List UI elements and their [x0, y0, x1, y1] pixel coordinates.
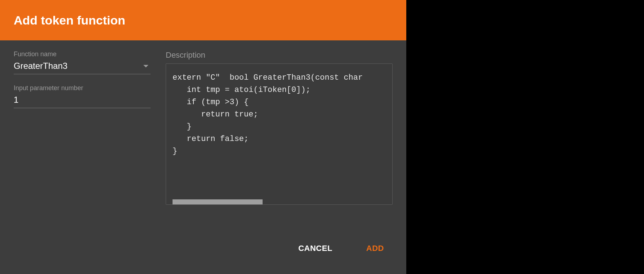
add-token-function-dialog: Add token function Function name Greater…: [0, 0, 406, 274]
description-code-box[interactable]: extern "C" bool GreaterThan3(const char …: [166, 63, 393, 205]
dialog-title-bar: Add token function: [0, 0, 406, 40]
input-param-number-label: Input parameter number: [14, 84, 151, 92]
dialog-body: Function name GreaterThan3 Input paramet…: [0, 40, 406, 205]
description-code: extern "C" bool GreaterThan3(const char …: [166, 64, 392, 164]
right-column: Description extern "C" bool GreaterThan3…: [166, 50, 393, 205]
function-name-label: Function name: [14, 50, 151, 58]
chevron-down-icon: [143, 65, 148, 67]
left-column: Function name GreaterThan3 Input paramet…: [14, 50, 151, 205]
description-label: Description: [166, 50, 393, 60]
horizontal-scrollbar-thumb[interactable]: [173, 199, 263, 204]
input-param-number-input[interactable]: 1: [14, 95, 151, 108]
input-param-number-field: Input parameter number 1: [14, 84, 151, 108]
dialog-button-row: CANCEL ADD: [298, 242, 385, 255]
horizontal-scrollbar-track[interactable]: [166, 199, 392, 204]
add-button[interactable]: ADD: [366, 242, 385, 255]
cancel-button[interactable]: CANCEL: [298, 242, 333, 255]
function-name-field: Function name GreaterThan3: [14, 50, 151, 74]
function-name-value: GreaterThan3: [14, 61, 67, 71]
input-param-number-value: 1: [14, 95, 18, 105]
dialog-title: Add token function: [14, 13, 125, 27]
function-name-select[interactable]: GreaterThan3: [14, 61, 151, 74]
